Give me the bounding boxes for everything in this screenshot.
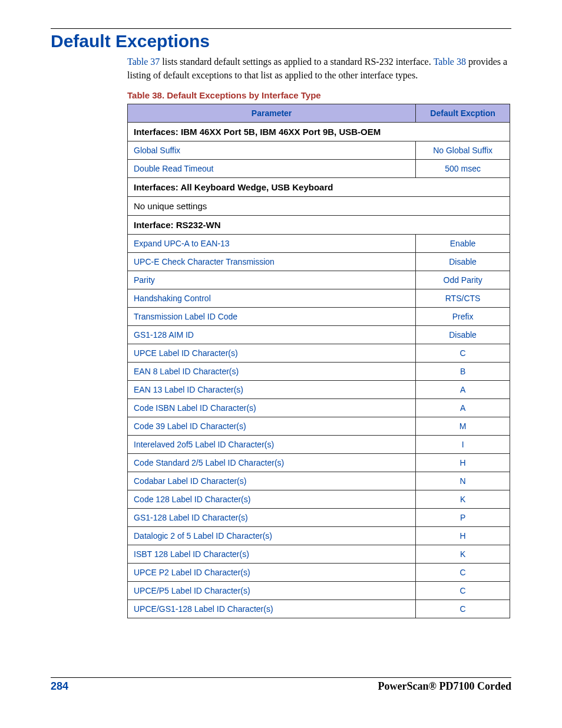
- table-row: UPCE P2 Label ID Character(s)C: [128, 564, 510, 582]
- table-row: Code Standard 2/5 Label ID Character(s)H: [128, 454, 510, 472]
- table-row: Interelaved 2of5 Label ID Character(s)I: [128, 436, 510, 454]
- table-row: UPCE Label ID Character(s)C: [128, 344, 510, 363]
- parameter-cell: Double Read Timeout: [128, 160, 416, 178]
- parameter-cell: UPCE/GS1-128 Label ID Character(s): [128, 600, 416, 618]
- table-row: Transmission Label ID CodePrefix: [128, 308, 510, 326]
- value-cell: P: [416, 509, 510, 527]
- parameter-cell: ISBT 128 Label ID Character(s): [128, 545, 416, 564]
- section-label: Interfaces: IBM 46XX Port 5B, IBM 46XX P…: [128, 123, 510, 141]
- value-cell: N: [416, 472, 510, 490]
- parameter-cell: Global Suffix: [128, 141, 416, 160]
- table-row: Codabar Label ID Character(s)N: [128, 472, 510, 490]
- parameter-cell: UPCE P2 Label ID Character(s): [128, 564, 416, 582]
- table-row: Double Read Timeout500 msec: [128, 160, 510, 178]
- value-cell: A: [416, 381, 510, 399]
- table-row: ISBT 128 Label ID Character(s)K: [128, 545, 510, 564]
- table-row: Handshaking ControlRTS/CTS: [128, 289, 510, 308]
- intro-text-1: lists standard default settings as appli…: [160, 57, 433, 67]
- table-row: Code 39 Label ID Character(s)M: [128, 417, 510, 436]
- value-cell: No Global Suffix: [416, 141, 510, 160]
- table-row: UPCE/P5 Label ID Character(s)C: [128, 582, 510, 600]
- value-cell: K: [416, 545, 510, 564]
- parameter-cell: UPC-E Check Character Transmission: [128, 253, 416, 271]
- table-row: Code ISBN Label ID Character(s)A: [128, 399, 510, 417]
- table-row: No unique settings: [128, 197, 510, 216]
- parameter-cell: Parity: [128, 271, 416, 289]
- value-cell: C: [416, 582, 510, 600]
- table-row: EAN 13 Label ID Character(s)A: [128, 381, 510, 399]
- parameter-cell: Code 39 Label ID Character(s): [128, 417, 416, 436]
- value-cell: H: [416, 527, 510, 545]
- value-cell: C: [416, 344, 510, 363]
- table-row: UPC-E Check Character TransmissionDisabl…: [128, 253, 510, 271]
- value-cell: M: [416, 417, 510, 436]
- parameter-cell: Code Standard 2/5 Label ID Character(s): [128, 454, 416, 472]
- value-cell: Prefix: [416, 308, 510, 326]
- parameter-cell: GS1-128 AIM ID: [128, 326, 416, 344]
- exceptions-table: Parameter Default Excption Interfaces: I…: [127, 104, 510, 618]
- table-header-row: Parameter Default Excption: [128, 104, 510, 123]
- top-rule: [51, 28, 511, 29]
- parameter-cell: UPCE Label ID Character(s): [128, 344, 416, 363]
- intro-paragraph: Table 37 lists standard default settings…: [127, 55, 510, 82]
- table-caption: Table 38. Default Exceptions by Interfac…: [127, 90, 511, 100]
- page-title: Default Exceptions: [51, 31, 511, 51]
- page-footer: 284 PowerScan® PD7100 Corded: [51, 677, 511, 693]
- table-row: Interfaces: All Keyboard Wedge, USB Keyb…: [128, 178, 510, 197]
- table-37-link[interactable]: Table 37: [127, 57, 160, 67]
- table-38-link[interactable]: Table 38: [434, 57, 466, 67]
- parameter-cell: EAN 8 Label ID Character(s): [128, 363, 416, 381]
- footer-rule: [51, 677, 511, 678]
- table-row: Expand UPC-A to EAN-13Enable: [128, 235, 510, 253]
- table-row: GS1-128 Label ID Character(s)P: [128, 509, 510, 527]
- table-row: Global SuffixNo Global Suffix: [128, 141, 510, 160]
- product-name: PowerScan® PD7100 Corded: [378, 680, 511, 693]
- parameter-cell: Code ISBN Label ID Character(s): [128, 399, 416, 417]
- value-cell: C: [416, 564, 510, 582]
- table-row: GS1-128 AIM IDDisable: [128, 326, 510, 344]
- parameter-cell: UPCE/P5 Label ID Character(s): [128, 582, 416, 600]
- table-row: Code 128 Label ID Character(s)K: [128, 490, 510, 509]
- value-cell: Disable: [416, 326, 510, 344]
- value-cell: K: [416, 490, 510, 509]
- parameter-cell: Handshaking Control: [128, 289, 416, 308]
- section-label: Interface: RS232-WN: [128, 216, 510, 235]
- header-parameter: Parameter: [128, 104, 416, 123]
- value-cell: I: [416, 436, 510, 454]
- parameter-cell: EAN 13 Label ID Character(s): [128, 381, 416, 399]
- parameter-cell: Transmission Label ID Code: [128, 308, 416, 326]
- value-cell: Disable: [416, 253, 510, 271]
- table-row: Datalogic 2 of 5 Label ID Character(s)H: [128, 527, 510, 545]
- parameter-cell: Expand UPC-A to EAN-13: [128, 235, 416, 253]
- header-default-exception: Default Excption: [416, 104, 510, 123]
- table-row: Interface: RS232-WN: [128, 216, 510, 235]
- parameter-cell: Code 128 Label ID Character(s): [128, 490, 416, 509]
- parameter-cell: Interelaved 2of5 Label ID Character(s): [128, 436, 416, 454]
- value-cell: Odd Parity: [416, 271, 510, 289]
- value-cell: C: [416, 600, 510, 618]
- plain-label: No unique settings: [128, 197, 510, 216]
- table-row: EAN 8 Label ID Character(s)B: [128, 363, 510, 381]
- value-cell: A: [416, 399, 510, 417]
- value-cell: RTS/CTS: [416, 289, 510, 308]
- value-cell: H: [416, 454, 510, 472]
- parameter-cell: Datalogic 2 of 5 Label ID Character(s): [128, 527, 416, 545]
- parameter-cell: Codabar Label ID Character(s): [128, 472, 416, 490]
- value-cell: 500 msec: [416, 160, 510, 178]
- page-number: 284: [51, 680, 68, 693]
- value-cell: B: [416, 363, 510, 381]
- table-row: Interfaces: IBM 46XX Port 5B, IBM 46XX P…: [128, 123, 510, 141]
- table-row: ParityOdd Parity: [128, 271, 510, 289]
- table-row: UPCE/GS1-128 Label ID Character(s)C: [128, 600, 510, 618]
- section-label: Interfaces: All Keyboard Wedge, USB Keyb…: [128, 178, 510, 197]
- value-cell: Enable: [416, 235, 510, 253]
- parameter-cell: GS1-128 Label ID Character(s): [128, 509, 416, 527]
